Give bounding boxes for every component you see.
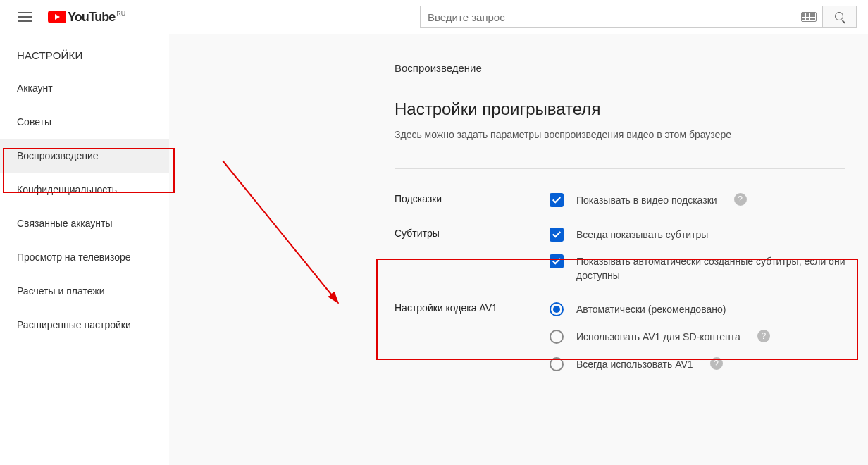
- checkbox-show-hints[interactable]: [550, 193, 564, 207]
- search-input[interactable]: [421, 11, 801, 23]
- subtitles-option2-label: Показывать автоматически созданные субти…: [576, 254, 858, 283]
- sidebar-item-playback[interactable]: Воспроизведение: [0, 139, 169, 173]
- section-hints-label: Подсказки: [395, 193, 550, 204]
- page-desc: Здесь можно задать параметры воспроизвед…: [395, 129, 868, 140]
- logo-text: YouTube: [68, 10, 115, 25]
- search-icon: [835, 12, 845, 22]
- checkbox-always-subtitles[interactable]: [550, 228, 564, 242]
- youtube-play-icon: [48, 11, 66, 23]
- country-code: RU: [116, 10, 125, 17]
- section-subtitles-label: Субтитры: [395, 228, 550, 239]
- help-icon[interactable]: ?: [710, 357, 723, 370]
- breadcrumb: Воспроизведение: [395, 62, 868, 74]
- logo[interactable]: YouTube RU: [48, 10, 125, 25]
- page-title: Настройки проигрывателя: [395, 99, 868, 119]
- sidebar-item-account[interactable]: Аккаунт: [0, 71, 169, 105]
- checkbox-auto-subtitles[interactable]: [550, 254, 564, 268]
- radio-av1-auto[interactable]: [550, 302, 564, 316]
- hamburger-icon: [18, 12, 32, 22]
- radio-av1-sd[interactable]: [550, 330, 564, 344]
- sidebar-item-privacy[interactable]: Конфиденциальность: [0, 173, 169, 206]
- section-av1-label: Настройки кодека AV1: [395, 302, 550, 314]
- sidebar-item-tips[interactable]: Советы: [0, 105, 169, 139]
- radio-av1-always[interactable]: [550, 357, 564, 371]
- av1-option2-label: Использовать AV1 для SD-контента: [576, 330, 740, 345]
- keyboard-icon[interactable]: [801, 12, 817, 22]
- divider: [395, 168, 845, 169]
- sidebar-item-linked[interactable]: Связанные аккаунты: [0, 206, 169, 240]
- search-button[interactable]: [823, 6, 857, 28]
- av1-option3-label: Всегда использовать AV1: [576, 357, 693, 372]
- sidebar-item-tv[interactable]: Просмотр на телевизоре: [0, 240, 169, 274]
- sidebar-item-advanced[interactable]: Расширенные настройки: [0, 308, 169, 342]
- sidebar-title: НАСТРОЙКИ: [0, 42, 169, 71]
- av1-option1-label: Автоматически (рекомендовано): [576, 302, 726, 317]
- menu-button[interactable]: [11, 3, 39, 31]
- hints-option-label: Показывать в видео подсказки: [576, 193, 717, 208]
- help-icon[interactable]: ?: [757, 330, 770, 342]
- subtitles-option1-label: Всегда показывать субтитры: [576, 228, 708, 242]
- help-icon[interactable]: ?: [734, 193, 747, 206]
- sidebar-item-billing[interactable]: Расчеты и платежи: [0, 274, 169, 308]
- search-box: [420, 6, 823, 28]
